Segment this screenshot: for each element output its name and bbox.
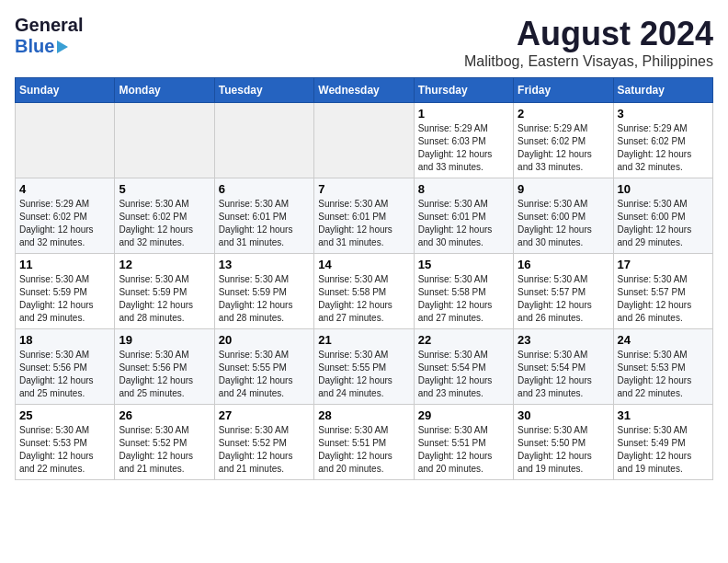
day-info: Sunrise: 5:30 AM Sunset: 5:59 PM Dayligh… <box>19 273 110 325</box>
day-info: Sunrise: 5:30 AM Sunset: 5:50 PM Dayligh… <box>518 424 609 476</box>
day-of-week-sunday: Sunday <box>16 78 115 103</box>
day-number: 20 <box>219 333 310 347</box>
calendar-cell: 26Sunrise: 5:30 AM Sunset: 5:52 PM Dayli… <box>115 405 214 480</box>
day-info: Sunrise: 5:30 AM Sunset: 6:01 PM Dayligh… <box>219 198 310 249</box>
calendar-cell: 29Sunrise: 5:30 AM Sunset: 5:51 PM Dayli… <box>414 405 513 480</box>
day-number: 30 <box>518 408 609 422</box>
day-number: 7 <box>318 182 409 196</box>
day-number: 8 <box>418 182 509 196</box>
day-info: Sunrise: 5:30 AM Sunset: 6:00 PM Dayligh… <box>618 198 709 249</box>
day-info: Sunrise: 5:30 AM Sunset: 5:56 PM Dayligh… <box>19 349 110 400</box>
calendar-cell: 22Sunrise: 5:30 AM Sunset: 5:54 PM Dayli… <box>414 329 513 405</box>
logo-general-text: General <box>15 15 83 36</box>
calendar-week-4: 18Sunrise: 5:30 AM Sunset: 5:56 PM Dayli… <box>16 329 713 405</box>
day-info: Sunrise: 5:30 AM Sunset: 6:01 PM Dayligh… <box>418 198 509 249</box>
day-of-week-thursday: Thursday <box>414 78 513 103</box>
day-info: Sunrise: 5:29 AM Sunset: 6:03 PM Dayligh… <box>418 122 509 174</box>
day-number: 21 <box>318 333 409 347</box>
calendar-cell: 5Sunrise: 5:30 AM Sunset: 6:02 PM Daylig… <box>115 178 214 254</box>
day-number: 5 <box>119 182 210 196</box>
calendar-cell <box>314 103 414 178</box>
calendar-cell <box>16 103 115 178</box>
day-number: 31 <box>618 408 709 422</box>
calendar-cell: 8Sunrise: 5:30 AM Sunset: 6:01 PM Daylig… <box>414 178 513 254</box>
calendar-cell: 15Sunrise: 5:30 AM Sunset: 5:58 PM Dayli… <box>414 254 513 329</box>
day-info: Sunrise: 5:30 AM Sunset: 5:53 PM Dayligh… <box>618 349 709 400</box>
calendar-table: SundayMondayTuesdayWednesdayThursdayFrid… <box>15 77 713 480</box>
day-number: 22 <box>418 333 509 347</box>
calendar-week-1: 1Sunrise: 5:29 AM Sunset: 6:03 PM Daylig… <box>16 103 713 178</box>
logo-blue-text: Blue <box>15 36 54 57</box>
calendar-week-5: 25Sunrise: 5:30 AM Sunset: 5:53 PM Dayli… <box>16 405 713 480</box>
calendar-cell: 16Sunrise: 5:30 AM Sunset: 5:57 PM Dayli… <box>514 254 613 329</box>
day-info: Sunrise: 5:30 AM Sunset: 5:57 PM Dayligh… <box>618 273 709 325</box>
day-number: 6 <box>219 182 310 196</box>
day-of-week-wednesday: Wednesday <box>314 78 414 103</box>
day-number: 12 <box>119 258 210 271</box>
logo: General Blue <box>15 15 83 57</box>
calendar-cell: 6Sunrise: 5:30 AM Sunset: 6:01 PM Daylig… <box>214 178 313 254</box>
day-info: Sunrise: 5:30 AM Sunset: 5:51 PM Dayligh… <box>318 424 409 476</box>
calendar-cell: 4Sunrise: 5:29 AM Sunset: 6:02 PM Daylig… <box>16 178 115 254</box>
day-info: Sunrise: 5:30 AM Sunset: 5:52 PM Dayligh… <box>219 424 310 476</box>
day-number: 26 <box>119 408 210 422</box>
day-number: 17 <box>618 258 709 271</box>
day-of-week-saturday: Saturday <box>613 78 712 103</box>
main-title: August 2024 <box>464 15 713 53</box>
day-number: 28 <box>318 408 409 422</box>
day-info: Sunrise: 5:30 AM Sunset: 5:54 PM Dayligh… <box>418 349 509 400</box>
day-info: Sunrise: 5:30 AM Sunset: 5:58 PM Dayligh… <box>318 273 409 325</box>
calendar-week-3: 11Sunrise: 5:30 AM Sunset: 5:59 PM Dayli… <box>16 254 713 329</box>
day-number: 15 <box>418 258 509 271</box>
day-number: 25 <box>19 408 110 422</box>
day-number: 13 <box>219 258 310 271</box>
calendar-cell: 14Sunrise: 5:30 AM Sunset: 5:58 PM Dayli… <box>314 254 414 329</box>
day-number: 2 <box>518 107 609 121</box>
day-number: 14 <box>318 258 409 271</box>
calendar-cell: 1Sunrise: 5:29 AM Sunset: 6:03 PM Daylig… <box>414 103 513 178</box>
day-info: Sunrise: 5:29 AM Sunset: 6:02 PM Dayligh… <box>518 122 609 174</box>
days-of-week-row: SundayMondayTuesdayWednesdayThursdayFrid… <box>16 78 713 103</box>
calendar-cell: 7Sunrise: 5:30 AM Sunset: 6:01 PM Daylig… <box>314 178 414 254</box>
calendar-cell: 24Sunrise: 5:30 AM Sunset: 5:53 PM Dayli… <box>613 329 712 405</box>
day-info: Sunrise: 5:30 AM Sunset: 5:52 PM Dayligh… <box>119 424 210 476</box>
calendar-cell <box>115 103 214 178</box>
day-number: 29 <box>418 408 509 422</box>
day-info: Sunrise: 5:30 AM Sunset: 6:02 PM Dayligh… <box>119 198 210 249</box>
day-number: 10 <box>618 182 709 196</box>
calendar-cell: 23Sunrise: 5:30 AM Sunset: 5:54 PM Dayli… <box>514 329 613 405</box>
calendar-cell: 12Sunrise: 5:30 AM Sunset: 5:59 PM Dayli… <box>115 254 214 329</box>
calendar-cell: 18Sunrise: 5:30 AM Sunset: 5:56 PM Dayli… <box>16 329 115 405</box>
day-info: Sunrise: 5:30 AM Sunset: 5:51 PM Dayligh… <box>418 424 509 476</box>
day-of-week-friday: Friday <box>514 78 613 103</box>
calendar-cell: 3Sunrise: 5:29 AM Sunset: 6:02 PM Daylig… <box>613 103 712 178</box>
day-number: 4 <box>19 182 110 196</box>
day-of-week-monday: Monday <box>115 78 214 103</box>
day-number: 3 <box>618 107 709 121</box>
day-number: 18 <box>19 333 110 347</box>
calendar-cell: 9Sunrise: 5:30 AM Sunset: 6:00 PM Daylig… <box>514 178 613 254</box>
day-info: Sunrise: 5:30 AM Sunset: 5:58 PM Dayligh… <box>418 273 509 325</box>
calendar-cell: 13Sunrise: 5:30 AM Sunset: 5:59 PM Dayli… <box>214 254 313 329</box>
day-info: Sunrise: 5:30 AM Sunset: 5:55 PM Dayligh… <box>318 349 409 400</box>
calendar-header: SundayMondayTuesdayWednesdayThursdayFrid… <box>16 78 713 103</box>
calendar-cell: 25Sunrise: 5:30 AM Sunset: 5:53 PM Dayli… <box>16 405 115 480</box>
day-number: 9 <box>518 182 609 196</box>
calendar-cell: 19Sunrise: 5:30 AM Sunset: 5:56 PM Dayli… <box>115 329 214 405</box>
calendar-cell: 31Sunrise: 5:30 AM Sunset: 5:49 PM Dayli… <box>613 405 712 480</box>
day-number: 11 <box>19 258 110 271</box>
calendar-cell: 11Sunrise: 5:30 AM Sunset: 5:59 PM Dayli… <box>16 254 115 329</box>
calendar-cell: 27Sunrise: 5:30 AM Sunset: 5:52 PM Dayli… <box>214 405 313 480</box>
calendar-cell: 17Sunrise: 5:30 AM Sunset: 5:57 PM Dayli… <box>613 254 712 329</box>
day-number: 19 <box>119 333 210 347</box>
page-header: General Blue August 2024 Malitbog, Easte… <box>15 15 713 70</box>
day-number: 16 <box>518 258 609 271</box>
calendar-week-2: 4Sunrise: 5:29 AM Sunset: 6:02 PM Daylig… <box>16 178 713 254</box>
day-info: Sunrise: 5:30 AM Sunset: 5:55 PM Dayligh… <box>219 349 310 400</box>
day-info: Sunrise: 5:30 AM Sunset: 5:59 PM Dayligh… <box>119 273 210 325</box>
calendar-cell: 10Sunrise: 5:30 AM Sunset: 6:00 PM Dayli… <box>613 178 712 254</box>
day-info: Sunrise: 5:29 AM Sunset: 6:02 PM Dayligh… <box>19 198 110 249</box>
day-of-week-tuesday: Tuesday <box>214 78 313 103</box>
day-number: 27 <box>219 408 310 422</box>
day-number: 1 <box>418 107 509 121</box>
